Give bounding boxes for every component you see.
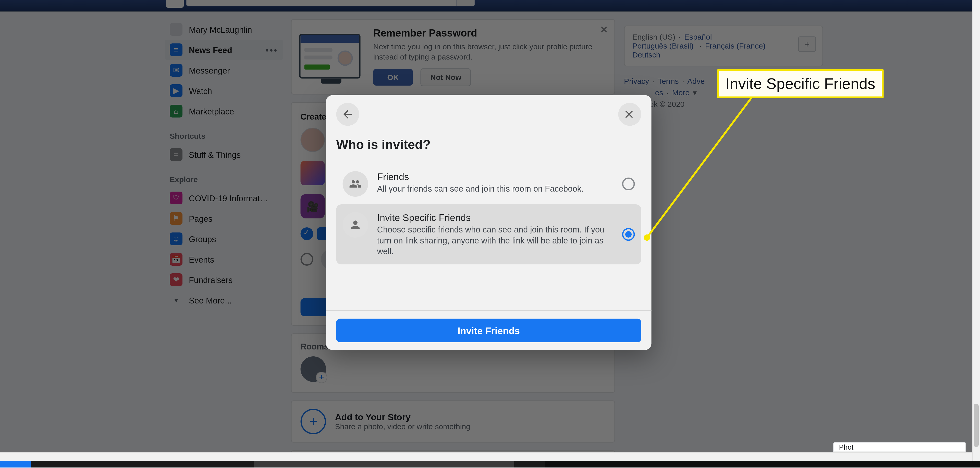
- close-icon: [624, 109, 635, 120]
- close-button[interactable]: [618, 103, 641, 126]
- os-taskbar: [0, 461, 980, 468]
- option-specific-desc: Choose specific friends who can see and …: [377, 224, 613, 257]
- dialog-title: Who is invited?: [336, 137, 641, 152]
- back-button[interactable]: [336, 103, 360, 126]
- invite-friends-button[interactable]: Invite Friends: [336, 319, 641, 343]
- radio-invite-specific[interactable]: [622, 228, 635, 241]
- radio-friends[interactable]: [622, 177, 635, 190]
- option-specific-title: Invite Specific Friends: [377, 212, 613, 223]
- horizontal-scrollbar[interactable]: [0, 452, 972, 461]
- callout-label: Invite Specific Friends: [717, 69, 883, 98]
- option-friends-title: Friends: [377, 171, 613, 182]
- photo-dock-tab[interactable]: Phot: [833, 442, 966, 452]
- arrow-left-icon: [342, 108, 354, 121]
- option-friends[interactable]: Friends All your friends can see and joi…: [336, 163, 641, 204]
- vertical-scroll-thumb[interactable]: [974, 404, 979, 447]
- friends-icon: [343, 171, 368, 197]
- vertical-scrollbar[interactable]: [972, 0, 980, 461]
- option-friends-desc: All your friends can see and join this r…: [377, 184, 613, 195]
- photo-dock-label: Phot: [839, 443, 854, 451]
- callout-endpoint: [644, 235, 650, 241]
- person-icon: [343, 212, 368, 238]
- option-invite-specific[interactable]: Invite Specific Friends Choose specific …: [336, 204, 641, 264]
- who-is-invited-dialog: Who is invited? Friends All your friends…: [326, 95, 652, 350]
